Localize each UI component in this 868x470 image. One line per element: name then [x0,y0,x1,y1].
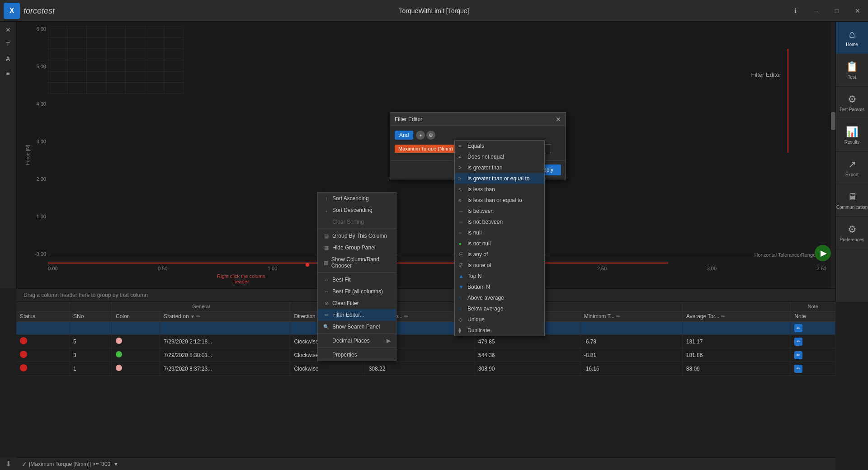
op-unique[interactable]: ◇ Unique [455,314,544,325]
filter-indicator-icon: ✓ [22,461,27,468]
toolbar-text[interactable]: T [2,38,14,51]
op-less-than[interactable]: < Is less than [455,184,544,195]
op-lte[interactable]: ≤ Is less than or equal to [455,195,544,206]
op-not-null[interactable]: ● Is not null [455,238,544,249]
sidebar-item-home[interactable]: ⌂ Home [836,22,868,54]
op-greater-than[interactable]: > Is greater than [455,162,544,173]
bottom-icon[interactable]: ⬇ [5,460,11,468]
table-row[interactable]: ✏ [16,322,835,335]
filter-editor-close[interactable]: ✕ [556,116,561,123]
th-note-group: Note [791,302,835,311]
toolbar-grid[interactable]: ≡ [2,67,14,80]
td-note: ✏ [791,322,835,335]
status-bar: ✓ [Maximum Torque [Nmm]] >= '300' ▼ [16,457,835,470]
op-equals[interactable]: = Equals [455,141,544,151]
ctx-properties[interactable]: Properties [318,349,396,361]
sidebar-item-preferences[interactable]: ⚙ Preferences [836,217,868,249]
sidebar-item-test[interactable]: 📋 Test [836,54,868,87]
th-status[interactable]: Status [16,311,70,322]
group-by-icon: ▤ [323,233,330,239]
scrollbar-thumb[interactable] [831,112,835,130]
status-dot [20,364,27,371]
filter-field-tag[interactable]: Maximum Torque (Nmm) [395,145,457,153]
row-icon[interactable]: ✏ [794,365,802,373]
op-between[interactable]: ↔ Is between [455,206,544,216]
td-started: 7/29/2020 8:38:01... [160,348,290,362]
ctx-hide-group[interactable]: ▦ Hide Group Panel [318,242,396,254]
op-below-avg[interactable]: ↓ Below average [455,303,544,314]
ctx-decimal-places[interactable]: Decimal Places ▶ [318,335,396,347]
equals-icon: = [458,143,462,149]
th-color[interactable]: Color [112,311,160,322]
row-icon[interactable]: ✏ [794,351,802,359]
ctx-group-by[interactable]: ▤ Group By This Column [318,230,396,242]
add-condition-btn[interactable]: + [416,131,425,140]
th-note[interactable]: Note [791,311,835,322]
ctx-show-col-band[interactable]: ▦ Show Column/Band Chooser [318,254,396,272]
ctx-clear-sort: Clear Sorting [318,216,396,228]
td-avgT: 88.09 [682,362,791,376]
y-axis: 6.00 5.00 4.00 3.00 2.00 1.00 -0.00 [25,22,48,261]
th-avgT[interactable]: Average Tor... ✏ [682,311,791,322]
y-axis-label: Force [N] [25,145,30,165]
app-logo: X [4,3,20,19]
op-any-of[interactable]: ∈ Is any of [455,249,544,260]
ctx-show-search[interactable]: 🔍 Show Search Panel [318,321,396,333]
color-dot [116,365,122,371]
td-sno: 1 [70,362,112,376]
op-gte[interactable]: ≥ Is greater than or equal to [455,173,544,184]
td-avgT [682,322,791,335]
play-button[interactable]: ▶ [815,245,831,261]
op-above-avg[interactable]: ↑ Above average [455,292,544,303]
th-minT[interactable]: Minimum T... ✏ [580,311,682,322]
ctx-sort-desc[interactable]: ↓ Sort Descending [318,204,396,216]
th-sno[interactable]: SNo [70,311,112,322]
minimize-button[interactable]: ─ [806,0,826,22]
right-sidebar: ⌂ Home 📋 Test ⚙ Test Params 📊 Results ↗ … [835,22,868,302]
td-sno [70,322,112,335]
gte-icon: ≥ [458,175,462,182]
op-none-of[interactable]: ∉ Is none of [455,260,544,271]
chart-svg [48,26,184,94]
table-row[interactable]: 5 7/29/2020 2:12:18... Clockwise 484.48 … [16,335,835,348]
sidebar-item-communication[interactable]: 🖥 Communication [836,184,868,217]
context-menu: ↑ Sort Ascending ↓ Sort Descending Clear… [317,192,396,361]
toolbar-annotate[interactable]: A [2,52,14,65]
filter-options-btn[interactable]: ⚙ [426,131,435,140]
and-button[interactable]: And [395,131,413,140]
td-sno: 5 [70,335,112,348]
table-row[interactable]: 1 7/29/2020 8:37:23... Clockwise 308.22 … [16,362,835,376]
sidebar-item-export[interactable]: ↗ Export [836,152,868,184]
ctx-best-fit[interactable]: ↔ Best Fit [318,274,396,286]
filter-arrow[interactable]: ▼ [113,461,118,467]
op-duplicate[interactable]: ⧫ Duplicate [455,325,544,336]
op-null[interactable]: ○ Is null [455,227,544,238]
toolbar-cross[interactable]: ✕ [2,24,14,36]
td-note: ✏ [791,362,835,376]
row-icon[interactable]: ✏ [794,338,802,346]
filter-editor-icon: ✏ [323,312,330,318]
op-top-n[interactable]: ▲ Top N [455,271,544,282]
op-not-equal[interactable]: ≠ Does not equal [455,151,544,162]
less-than-icon: < [458,186,462,193]
ctx-sort-asc[interactable]: ↑ Sort Ascending [318,193,396,204]
op-not-between[interactable]: ↔ Is not between [455,216,544,227]
table-row[interactable]: 3 7/29/2020 8:38:01... Clockwise 550.91 … [16,348,835,362]
maximize-button[interactable]: □ [826,0,847,22]
info-button[interactable]: ℹ [785,0,806,22]
greater-than-icon: > [458,164,462,171]
ctx-sep3 [318,334,396,334]
ctx-filter-editor[interactable]: ✏ Filter Editor... [318,309,396,321]
th-started[interactable]: Started on ▼ ✏ [160,311,290,322]
window-controls: ℹ ─ □ ✕ [785,0,868,22]
row-icon[interactable]: ✏ [794,324,802,332]
sidebar-item-test-params[interactable]: ⚙ Test Params [836,87,868,119]
sidebar-item-results[interactable]: 📊 Results [836,119,868,152]
ctx-best-fit-all[interactable]: ↔ Best Fit (all columns) [318,286,396,297]
op-bottom-n[interactable]: ▼ Bottom N [455,282,544,292]
chart-scrollbar[interactable] [831,22,835,288]
test-icon: 📋 [846,61,858,73]
ctx-clear-filter[interactable]: ⊘ Clear Filter [318,297,396,309]
close-button[interactable]: ✕ [847,0,868,22]
th-general-group: General [112,302,290,311]
